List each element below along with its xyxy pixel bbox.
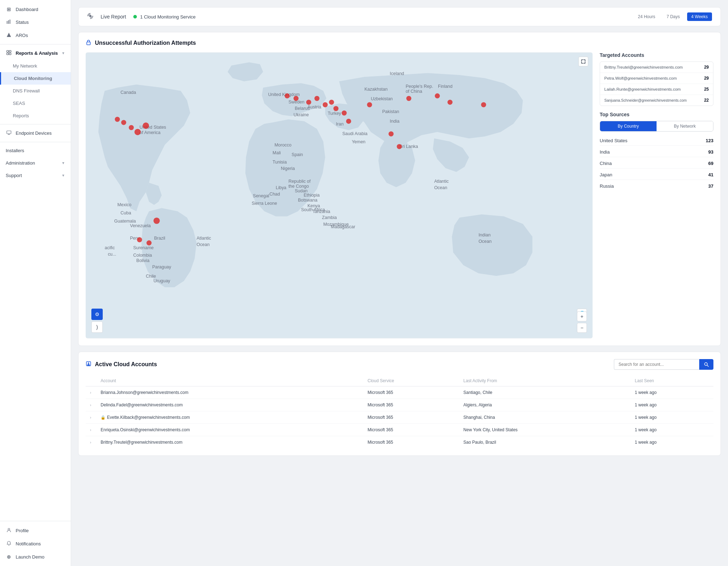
- chevron-down-icon: ▼: [61, 51, 65, 55]
- country-label-nigeria: Nigeria: [281, 166, 295, 171]
- search-input[interactable]: [614, 359, 699, 370]
- world-map: United States of America Canada Brazil B…: [86, 52, 593, 338]
- targeted-accounts-section: Targeted Accounts Brittny.Treutel@greenw…: [600, 52, 713, 106]
- sidebar-item-my-network[interactable]: My Network: [0, 60, 71, 72]
- map-zoom-out-button[interactable]: −: [577, 323, 587, 333]
- targeted-account-row[interactable]: Sanjuana.Schneider@greenwichinvestments.…: [600, 95, 713, 106]
- sidebar-item-aros[interactable]: AROs: [0, 29, 71, 42]
- svg-rect-0: [7, 21, 7, 24]
- sidebar-item-installers[interactable]: Installers: [0, 144, 71, 157]
- map-zoom-controls: + −: [577, 311, 587, 333]
- map-dot: [143, 123, 149, 129]
- sidebar-item-label: Installers: [6, 148, 24, 153]
- row-expand-chevron[interactable]: ›: [86, 411, 96, 424]
- divider: [0, 124, 71, 124]
- sidebar-item-launch-demo[interactable]: ⊕ Launch Demo: [0, 550, 71, 563]
- sidebar-item-notifications[interactable]: Notifications: [0, 537, 71, 550]
- tab-by-network[interactable]: By Network: [657, 121, 713, 131]
- row-expand-chevron[interactable]: ›: [86, 399, 96, 411]
- row-last-seen: 1 week ago: [631, 399, 713, 411]
- row-cloud-service: Microsoft 365: [363, 399, 459, 411]
- map-dot: [397, 144, 402, 149]
- table-row[interactable]: › 🔒 Evette.Kilback@greenwichinvestments.…: [86, 411, 713, 424]
- svg-point-10: [8, 528, 10, 530]
- svg-rect-8: [7, 131, 11, 134]
- targeted-account-row[interactable]: Brittny.Treutel@greenwichinvestments.com…: [600, 62, 713, 73]
- table-row[interactable]: › Brianna.Johnson@greenwichinvestments.c…: [86, 386, 713, 399]
- section-title-text: Unsuccessful Authorization Attempts: [95, 40, 196, 46]
- map-dot: [346, 119, 351, 124]
- table-row[interactable]: › Enriqueta.Osinski@greenwichinvestments…: [86, 424, 713, 436]
- chevron-down-icon: ▼: [61, 173, 65, 177]
- country-label-peru2: Surename: [133, 245, 154, 250]
- chevron-down-icon: ▼: [61, 161, 65, 165]
- source-row[interactable]: Russia 37: [600, 181, 713, 191]
- sidebar-item-label: Reports: [13, 113, 29, 118]
- time-24h-button[interactable]: 24 Hours: [633, 12, 659, 21]
- sidebar-item-dashboard[interactable]: ⊞ Dashboard: [0, 3, 71, 16]
- status-icon: [6, 19, 12, 25]
- country-label-pakistan: Pakistan: [382, 109, 399, 114]
- map-dot: [333, 106, 338, 111]
- email-text: Brianna.Johnson@greenwichinvestments.com: [101, 390, 188, 395]
- row-expand-chevron[interactable]: ›: [86, 436, 96, 449]
- sidebar-item-status[interactable]: Status: [0, 16, 71, 29]
- map-dot: [137, 237, 142, 242]
- country-label-indian2: Ocean: [478, 239, 492, 244]
- sidebar-item-cloud-monitoring[interactable]: Cloud Monitoring: [0, 72, 71, 85]
- row-expand-chevron[interactable]: ›: [86, 424, 96, 436]
- map-dot: [306, 100, 311, 105]
- map-dot: [154, 218, 160, 224]
- sidebar-item-profile[interactable]: Profile: [0, 524, 71, 537]
- search-button[interactable]: [699, 359, 713, 370]
- sidebar-item-administration[interactable]: Administration ▼: [0, 157, 71, 169]
- country-label-tunis: Tunisia: [273, 160, 287, 165]
- source-row[interactable]: India 93: [600, 147, 713, 157]
- top-sources-title: Top Sources: [600, 112, 713, 117]
- tab-by-country[interactable]: By Country: [600, 121, 657, 131]
- sidebar-item-dns-firewall[interactable]: DNS Firewall: [0, 85, 71, 97]
- service-count-label: 1 Cloud Monitoring Service: [140, 14, 196, 20]
- sidebar-item-seas[interactable]: SEAS: [0, 97, 71, 110]
- table-row[interactable]: › Brittny.Treutel@greenwichinvestments.c…: [86, 436, 713, 449]
- country-label-china2: of China: [406, 89, 422, 94]
- map-dot: [323, 102, 328, 107]
- live-icon: [87, 13, 93, 21]
- map-expand-button[interactable]: [578, 57, 588, 66]
- country-label-austria: Austria: [307, 105, 321, 110]
- sidebar-item-label: Cloud Monitoring: [14, 76, 52, 81]
- sidebar: ⊞ Dashboard Status AROs Reports & Analys…: [0, 0, 71, 566]
- country-label-yemen: Yemen: [352, 139, 365, 144]
- source-row[interactable]: Japan 41: [600, 170, 713, 180]
- country-name: India: [600, 149, 610, 155]
- country-label-tanzania: Tanzania: [312, 209, 330, 214]
- targeted-account-row[interactable]: Lailah.Runte@greenwichinvestments.com 25: [600, 84, 713, 95]
- source-row[interactable]: United States 123: [600, 136, 713, 146]
- account-email: Brittny.Treutel@greenwichinvestments.com: [604, 65, 683, 69]
- country-label-kazakh: Kazakhstan: [364, 87, 387, 92]
- sidebar-item-support[interactable]: Support ▼: [0, 169, 71, 182]
- country-label-pacific: acific: [105, 245, 114, 250]
- country-label-atlantic2: Ocean: [434, 185, 447, 190]
- time-7d-button[interactable]: 7 Days: [662, 12, 684, 21]
- source-row[interactable]: China 69: [600, 159, 713, 169]
- account-count: 29: [704, 65, 709, 70]
- accounts-section-title: Active Cloud Accounts: [86, 361, 157, 368]
- targeted-account-row[interactable]: Petra.Wolf@greenwichinvestments.com 29: [600, 73, 713, 84]
- time-4w-button[interactable]: 4 Weeks: [687, 12, 712, 21]
- row-expand-chevron[interactable]: ›: [86, 386, 96, 399]
- map-zoom-in-button[interactable]: +: [577, 311, 587, 321]
- map-settings-button[interactable]: ⚙: [91, 309, 103, 320]
- svg-point-11: [89, 15, 91, 17]
- sidebar-item-reports-analysis[interactable]: Reports & Analysis ▼: [0, 47, 71, 60]
- map-dark-button[interactable]: ): [91, 321, 103, 333]
- row-last-seen: 1 week ago: [631, 424, 713, 436]
- account-email: Lailah.Runte@greenwichinvestments.com: [604, 87, 681, 91]
- sidebar-item-reports[interactable]: Reports: [0, 110, 71, 122]
- country-label-zambia: Zambia: [322, 215, 337, 220]
- launch-icon: ⊕: [6, 554, 12, 560]
- accounts-table-body: › Brianna.Johnson@greenwichinvestments.c…: [86, 386, 713, 449]
- table-row[interactable]: › Delinda.Fadel@greenwichinvestments.com…: [86, 399, 713, 411]
- sidebar-item-endpoint-devices[interactable]: Endpoint Devices: [0, 127, 71, 140]
- sidebar-bottom: Profile Notifications ⊕ Launch Demo: [0, 521, 71, 566]
